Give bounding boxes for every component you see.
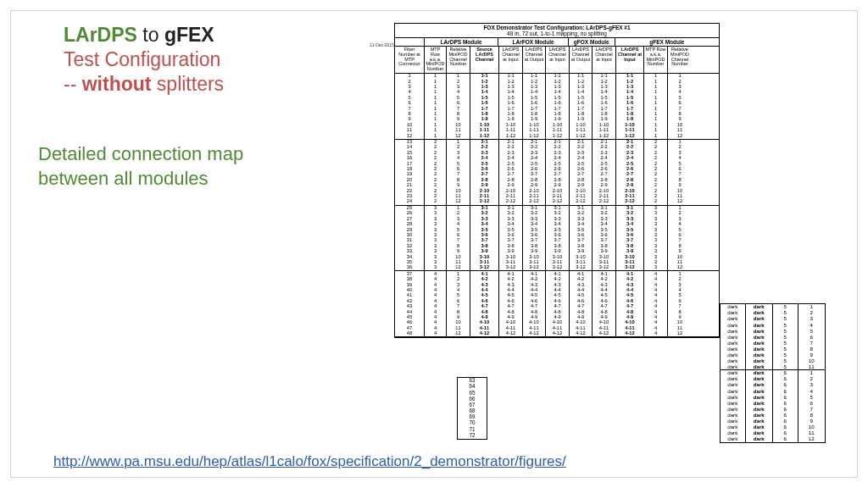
table-cell: 4-12 bbox=[523, 331, 546, 336]
col-rel-mp: Relative MiniPOD Channel Number bbox=[447, 47, 470, 73]
table-cell: 1 bbox=[644, 133, 668, 138]
desc-line1: Detailed connection map bbox=[38, 142, 243, 167]
table-cell: 3-12 bbox=[499, 265, 523, 270]
table-cell: 4 bbox=[644, 331, 668, 336]
table-group-row: LArDPS Module LArFOX Module gFOX Module … bbox=[395, 38, 719, 47]
table-cell: 12 bbox=[447, 199, 470, 204]
table-cell: 1-12 bbox=[546, 133, 570, 138]
table-cell: 3-12 bbox=[593, 265, 616, 270]
table-cell: 1-12 bbox=[570, 133, 593, 138]
col-gfox-out: LArDPS Channel at Output bbox=[570, 47, 593, 73]
table-title: FOX Demonstrator Test Configuration: LAr… bbox=[395, 24, 719, 38]
table-cell: 2-12 bbox=[523, 199, 546, 204]
table-cell: 3 bbox=[644, 265, 668, 270]
table-cell: 4 bbox=[425, 331, 447, 336]
title-line3: -- without splitters bbox=[64, 72, 224, 97]
table-cell: 3-12 bbox=[546, 265, 570, 270]
table-cell: 4-12 bbox=[570, 331, 593, 336]
col-gfex-input: LArDPS Channel at Input bbox=[616, 47, 644, 73]
table-cell: 1-12 bbox=[593, 133, 616, 138]
col-fiber: Fiber Number at MTP Connector bbox=[395, 47, 425, 73]
table-cell: 3-12 bbox=[523, 265, 546, 270]
group-larfox: LArFOX Module bbox=[498, 38, 569, 46]
title-part1: LArDPS bbox=[64, 24, 137, 46]
table-cell: 12 bbox=[668, 199, 692, 204]
overflow-table-1: darkdark51darkdark52darkdark53darkdark54… bbox=[720, 303, 826, 377]
table-cell: 1-12 bbox=[470, 133, 499, 138]
table-cell: 3-12 bbox=[470, 265, 499, 270]
table-col-headers: Fiber Number at MTP Connector MTP Row a.… bbox=[395, 47, 719, 74]
table-cell: 4-12 bbox=[470, 331, 499, 336]
overflow-table-2: darkdark61darkdark62darkdark63darkdark64… bbox=[720, 369, 826, 443]
table-title-main: FOX Demonstrator Test Configuration: LAr… bbox=[395, 25, 719, 30]
col-gfex-mtp: MTP Row a.k.a. MiniPOD Number bbox=[644, 47, 668, 73]
col-gfex-in: LArDPS Channel at Input bbox=[593, 47, 616, 73]
table-cell: dark bbox=[721, 436, 746, 442]
slide-frame: LArDPS to gFEX Test Configuration -- wit… bbox=[10, 10, 858, 478]
title-part2: to bbox=[142, 24, 159, 46]
title-line2: Test Configuration bbox=[64, 47, 224, 72]
table-cell: 12 bbox=[447, 331, 470, 336]
table-cell: 3-12 bbox=[616, 265, 644, 270]
table-cell: 2 bbox=[644, 199, 668, 204]
group-gfex: gFEX Module bbox=[615, 38, 719, 46]
table-cell: 2-12 bbox=[499, 199, 523, 204]
table-cell: 24 bbox=[395, 199, 425, 204]
description-block: Detailed connection map between all modu… bbox=[38, 142, 243, 191]
table-row: darkdark612 bbox=[721, 436, 825, 442]
table-cell: 4-12 bbox=[546, 331, 570, 336]
col-mtp-row: MTP Row a.k.a. MiniPOD Number bbox=[425, 47, 447, 73]
title-part3: gFEX bbox=[164, 24, 214, 46]
table-cell: 72 bbox=[458, 433, 487, 439]
group-gfox: gFOX Module bbox=[569, 38, 615, 46]
col-gfex-rel: Relative MiniPOD Channel Number bbox=[668, 47, 692, 73]
table-cell: 4-12 bbox=[499, 331, 523, 336]
table-cell: 2-12 bbox=[570, 199, 593, 204]
table-cell: 2-12 bbox=[616, 199, 644, 204]
col-larfox-in: LArDPS Channel at Input bbox=[499, 47, 523, 73]
table-title-sub: 48 in, 72 out, 1-to-1 mapping, no splitt… bbox=[395, 30, 719, 36]
title-block: LArDPS to gFEX Test Configuration -- wit… bbox=[64, 23, 224, 96]
table-cell: 2 bbox=[425, 199, 447, 204]
table-cell: 3-12 bbox=[570, 265, 593, 270]
table-cell: 2-12 bbox=[593, 199, 616, 204]
desc-line2: between all modules bbox=[38, 167, 243, 191]
title-line3-prefix: -- bbox=[64, 73, 82, 95]
table-cell: 48 bbox=[395, 331, 425, 336]
table-row: 484124-124-124-124-124-124-124-12412 bbox=[395, 331, 719, 337]
table-cell: 1-12 bbox=[523, 133, 546, 138]
group-lardps: LArDPS Module bbox=[425, 38, 499, 46]
table-cell: 3 bbox=[425, 265, 447, 270]
table-cell: dark bbox=[746, 436, 773, 442]
title-line3-bold: without bbox=[82, 73, 152, 95]
col-larfox-out: LArDPS Channel at Output bbox=[523, 47, 546, 73]
table-cell: 36 bbox=[395, 265, 425, 270]
date-tag: 11-Dec-2015 bbox=[370, 42, 394, 47]
table-cell: 1-12 bbox=[616, 133, 644, 138]
table-cell: 4-12 bbox=[616, 331, 644, 336]
table-cell: 1-12 bbox=[499, 133, 523, 138]
table-body: 1111-11-11-11-11-11-11-1112121-21-21-21-… bbox=[395, 74, 719, 338]
group-blank bbox=[395, 38, 425, 46]
table-cell: 12 bbox=[395, 133, 425, 138]
table-cell: 1 bbox=[425, 133, 447, 138]
table-cell: 12 bbox=[668, 265, 692, 270]
footer-link: http://www.pa.msu.edu/hep/atlas/l1calo/f… bbox=[53, 453, 566, 470]
table-cell: 12 bbox=[798, 436, 825, 442]
col-source: Source LArDPS Channel bbox=[470, 47, 499, 73]
main-table: 11-Dec-2015 FOX Demonstrator Test Config… bbox=[394, 23, 720, 338]
table-cell: 2-12 bbox=[546, 199, 570, 204]
footer-url[interactable]: http://www.pa.msu.edu/hep/atlas/l1calo/f… bbox=[53, 453, 566, 469]
table-cell: 12 bbox=[447, 265, 470, 270]
title-line3-suffix: splitters bbox=[151, 73, 224, 95]
col-gfox-in: LArDPS Channel at Input bbox=[546, 47, 570, 73]
table-cell: 6 bbox=[773, 436, 798, 442]
table-cell: 12 bbox=[668, 133, 692, 138]
table-cell: 2-12 bbox=[470, 199, 499, 204]
overflow-table-3: 63646566676869707172 bbox=[457, 377, 487, 440]
table-cell: 12 bbox=[668, 331, 692, 336]
table-cell: 4-12 bbox=[593, 331, 616, 336]
table-cell: 12 bbox=[447, 133, 470, 138]
title-line1: LArDPS to gFEX bbox=[64, 23, 224, 47]
